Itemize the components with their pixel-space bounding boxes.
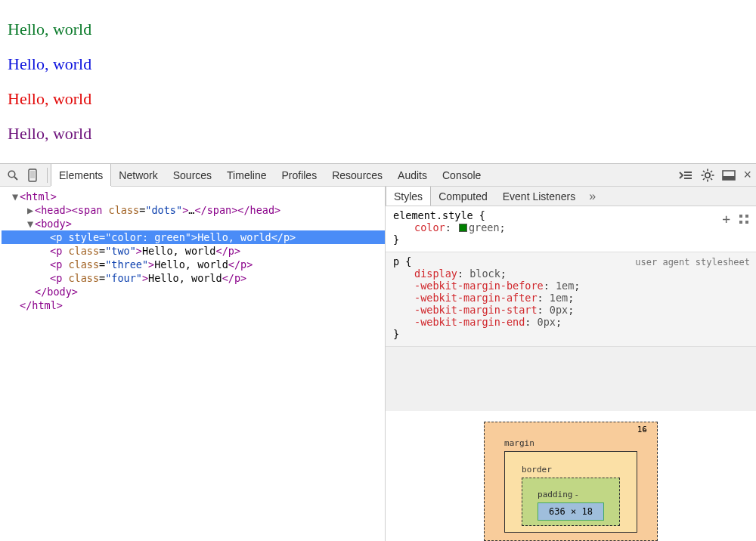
css-declaration: -webkit-margin-before: 1em; [414,280,750,292]
tab-elements[interactable]: Elements [51,164,111,186]
rendered-page: Hello, world Hello, world Hello, world H… [0,0,756,163]
devtools-toolbar: Elements Network Sources Timeline Profil… [0,164,756,187]
metrics-margin-label: margin [504,438,534,448]
svg-line-13 [711,178,712,180]
style-rule-ua: user agent stylesheet p { display: block… [386,252,756,347]
box-model-metrics[interactable]: margin 16 border - padding- 636 × 18 [386,411,756,541]
sidebar-more-icon[interactable]: » [589,190,596,203]
add-rule-icon[interactable]: + [722,211,730,227]
element-state-icon[interactable] [738,213,750,225]
css-property[interactable]: color [414,221,445,233]
metrics-border-label: border [522,465,552,475]
metrics-content: 636 × 18 [538,502,604,521]
console-drawer-icon[interactable] [678,170,693,181]
sidebar-tab-event-listeners[interactable]: Event Listeners [495,187,584,206]
rule-close-brace: } [393,233,750,246]
styles-pane[interactable]: + element.style { color: green; } user a… [386,206,756,411]
rule-close-brace: } [393,328,750,340]
svg-point-7 [705,172,710,177]
device-mode-icon[interactable] [24,167,41,184]
css-value[interactable]: green [469,221,500,233]
dom-node[interactable]: <p style="color: green">Hello, world</p> [2,230,385,244]
css-declaration: display: block; [414,267,750,280]
css-declaration: -webkit-margin-after: 1em; [414,292,750,304]
css-declaration: -webkit-margin-end: 0px; [414,316,750,328]
gear-icon[interactable] [701,168,714,182]
sidebar-tab-computed[interactable]: Computed [431,187,495,206]
dock-icon[interactable] [722,170,736,181]
sidebar-tab-styles[interactable]: Styles [386,187,431,206]
svg-rect-17 [723,176,735,180]
svg-rect-3 [30,171,35,178]
page-paragraph: Hello, world [8,89,748,109]
svg-rect-20 [739,221,742,224]
dom-node[interactable]: <p class="two">Hello, world</p> [2,244,385,258]
style-rule-element[interactable]: + element.style { color: green; } [386,206,756,252]
dom-node[interactable]: ▶<head><span class="dots">…</span></head… [2,203,385,217]
metrics-padding-label: padding [538,490,572,499]
css-selector[interactable]: element.style { [393,209,485,221]
search-icon[interactable] [5,167,21,184]
toolbar-separator [47,168,48,183]
tab-network[interactable]: Network [111,164,165,186]
svg-rect-18 [739,215,742,218]
svg-line-14 [703,178,705,180]
dom-node[interactable]: </html> [2,298,385,312]
page-paragraph: Hello, world [8,20,748,39]
dom-node[interactable]: ▼<html> [2,190,385,203]
rule-origin: user agent stylesheet [635,257,750,267]
svg-line-12 [703,171,705,172]
svg-line-1 [14,177,17,180]
tab-profiles[interactable]: Profiles [274,164,324,186]
devtools-panel: Elements Network Sources Timeline Profil… [0,163,756,541]
svg-rect-21 [745,221,748,224]
tab-timeline[interactable]: Timeline [219,164,274,186]
page-paragraph: Hello, world [8,54,748,74]
metrics-border-val: - [642,425,647,434]
svg-rect-19 [745,215,748,218]
dom-node[interactable]: <p class="four">Hello, world</p> [2,271,385,285]
svg-point-0 [8,171,15,178]
sidebar-tabs: Styles Computed Event Listeners » [386,187,756,206]
tab-resources[interactable]: Resources [324,164,390,186]
tab-sources[interactable]: Sources [166,164,219,186]
color-swatch[interactable] [459,224,467,232]
metrics-padding-val: - [574,490,579,499]
page-paragraph: Hello, world [8,124,748,144]
svg-line-15 [711,171,712,172]
elements-tree[interactable]: ▼<html>▶<head><span class="dots">…</span… [0,187,386,541]
dom-node[interactable]: </body> [2,285,385,298]
devtools-tabs: Elements Network Sources Timeline Profil… [51,164,488,186]
css-selector: p { [393,255,411,267]
close-icon[interactable]: × [743,167,751,183]
tab-audits[interactable]: Audits [390,164,435,186]
styles-sidebar: Styles Computed Event Listeners » + elem… [386,187,756,541]
css-declaration: -webkit-margin-start: 0px; [414,304,750,316]
dom-node[interactable]: <p class="three">Hello, world</p> [2,258,385,271]
dom-node[interactable]: ▼<body> [2,217,385,230]
tab-console[interactable]: Console [435,164,488,186]
